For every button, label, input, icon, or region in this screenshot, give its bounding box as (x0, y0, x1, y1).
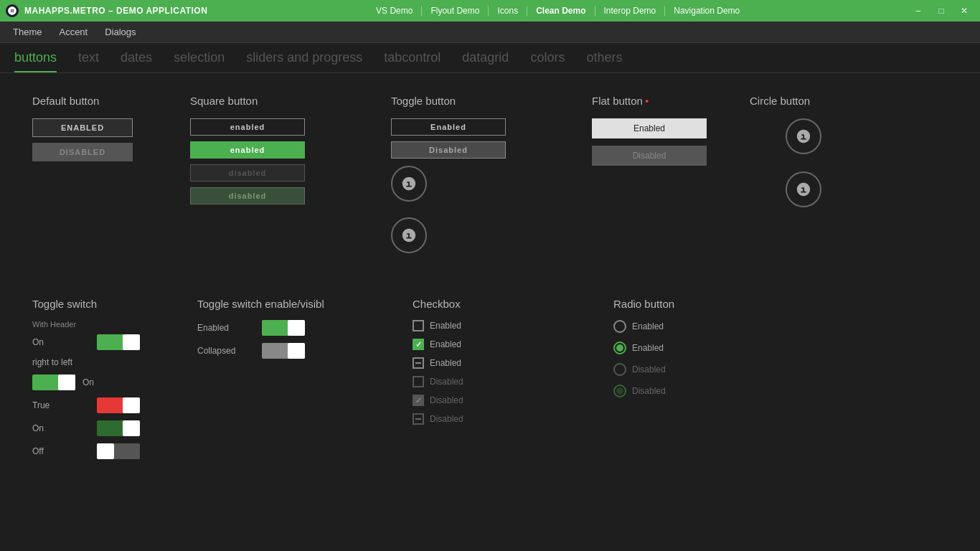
flat-enabled-button[interactable]: Enabled (592, 118, 707, 138)
nav-icons[interactable]: Icons (489, 6, 527, 16)
toggle-true-switch[interactable] (97, 397, 140, 413)
cb-label-1: Enabled (430, 339, 461, 349)
radio-circle-0[interactable] (613, 320, 626, 333)
minimize-button[interactable]: – (908, 4, 928, 18)
toggle-off-switch[interactable] (97, 443, 140, 459)
toggle-off-row: Off (32, 443, 176, 459)
radio-unchecked-enabled: Enabled (613, 320, 778, 333)
square-enabled-outline-button[interactable]: enabled (190, 118, 305, 136)
circle-button-1[interactable] (786, 118, 821, 154)
menu-theme[interactable]: Theme (6, 24, 49, 40)
cb-box-unchecked-enabled[interactable] (413, 320, 424, 331)
toggle-on2-row: On (32, 420, 176, 436)
cb-indeterminate-disabled: Disabled (413, 413, 592, 425)
cb-unchecked-disabled: Disabled (413, 376, 592, 387)
titlebar: MAHAPPS.METRO – DEMO APPLICATION VS Demo… (0, 0, 980, 22)
toggle-enabled-button[interactable]: Enabled (391, 118, 506, 136)
maximize-button[interactable]: □ (931, 4, 951, 18)
radio-label-3: Disabled (632, 386, 666, 396)
tab-sliders[interactable]: sliders and progress (246, 50, 362, 72)
checkbox-title: Checkbox (413, 298, 592, 310)
tse-collapsed-label: Collapsed (197, 346, 255, 356)
nav-navigation-demo[interactable]: Navigation Demo (665, 6, 748, 16)
cb-label-5: Disabled (430, 414, 463, 424)
circle-button-section: Circle button (739, 88, 868, 269)
tse-collapsed-switch[interactable] (262, 343, 305, 359)
nav-interop-demo[interactable]: Interop Demo (595, 6, 666, 16)
toggle-rtl-on-label: On (83, 377, 140, 387)
radio-label-0: Enabled (632, 321, 664, 331)
radio-button-section: Radio button Enabled Enabled Disabled Di… (603, 291, 789, 474)
default-enabled-button[interactable]: ENABLED (32, 118, 133, 137)
nav-flyout-demo[interactable]: Flyout Demo (422, 6, 489, 16)
tab-colors[interactable]: colors (530, 50, 565, 72)
square-enabled-filled-button[interactable]: enabled (190, 141, 305, 159)
tab-buttons[interactable]: buttons (14, 50, 57, 72)
tab-dates[interactable]: dates (121, 50, 152, 72)
radio-circle-1[interactable] (613, 342, 626, 354)
toggle-circle-button-1[interactable] (391, 166, 427, 202)
menu-accent[interactable]: Accent (52, 24, 95, 40)
tse-enabled-label: Enabled (197, 323, 255, 333)
bottom-sections: Toggle switch With Header On right to le… (0, 283, 980, 481)
tab-others[interactable]: others (586, 50, 622, 72)
toggle-switch-title: Toggle switch (32, 298, 176, 310)
menu-dialogs[interactable]: Dialogs (98, 24, 143, 40)
circle-button-title: Circle button (750, 95, 857, 107)
flat-button-section: Flat button• Enabled Disabled (581, 88, 739, 269)
close-button[interactable]: ✕ (954, 4, 974, 18)
checkmark-disabled-icon: ✓ (415, 396, 422, 405)
tab-selection[interactable]: selection (174, 50, 225, 72)
toggle-rtl-row: right to left (32, 357, 176, 367)
tabbar: buttons text dates selection sliders and… (0, 43, 980, 73)
nav-vs-demo[interactable]: VS Demo (367, 6, 422, 16)
toggle-button-section: Toggle button Enabled Disabled (380, 88, 581, 269)
nav-clean-demo[interactable]: Clean Demo (527, 6, 595, 16)
with-header-label: With Header (32, 320, 176, 329)
cb-checked-enabled: ✓ Enabled (413, 339, 592, 350)
toggle-rtl-switch-row: On (32, 375, 176, 390)
toggle-on2-label: On (32, 423, 90, 433)
radio-unchecked-disabled: Disabled (613, 363, 778, 376)
toggle-on-switch[interactable] (97, 334, 140, 350)
toggle-switch-ev-title: Toggle switch enable/visibl (197, 298, 391, 310)
cb-box-checked-enabled[interactable]: ✓ (413, 339, 424, 350)
toggle-circle-button-2[interactable] (391, 217, 427, 253)
cb-unchecked-enabled: Enabled (413, 320, 592, 331)
cb-box-indeterminate-enabled[interactable] (413, 357, 424, 369)
square-disabled-outline-button: disabled (190, 164, 305, 182)
radio-inner-1 (616, 344, 623, 352)
titlebar-nav: VS Demo Flyout Demo Icons Clean Demo Int… (367, 6, 748, 16)
tse-enabled-switch[interactable] (262, 320, 305, 336)
indeterminate-disabled-icon (415, 418, 421, 420)
circle-button-2[interactable] (786, 171, 821, 207)
main-content: Default button ENABLED DISABLED Square b… (0, 73, 980, 283)
cb-label-2: Enabled (430, 358, 461, 368)
tab-text[interactable]: text (78, 50, 99, 72)
checkmark-icon: ✓ (415, 340, 422, 349)
radio-circle-2 (613, 363, 626, 376)
toggle-rtl-switch[interactable] (32, 375, 75, 390)
tab-datagrid[interactable]: datagrid (462, 50, 509, 72)
toggle-on-row: On (32, 334, 176, 350)
cb-box-unchecked-disabled (413, 376, 424, 387)
cb-label-4: Disabled (430, 395, 463, 405)
radio-inner-3 (616, 387, 623, 395)
square-button-section: Square button enabled enabled disabled d… (179, 88, 380, 269)
toggle-disabled-button: Disabled (391, 141, 506, 159)
cb-indeterminate-enabled: Enabled (413, 357, 592, 369)
toggle-switch-ev-section: Toggle switch enable/visibl Enabled Coll… (187, 291, 402, 474)
square-button-title: Square button (190, 95, 369, 107)
default-disabled-button: DISABLED (32, 143, 133, 161)
toggle-rtl-label: right to left (32, 357, 90, 367)
cb-box-indeterminate-disabled (413, 413, 424, 425)
default-button-section: Default button ENABLED DISABLED (22, 88, 179, 269)
toggle-on2-switch[interactable] (97, 420, 140, 436)
app-icon (6, 4, 19, 17)
tab-tabcontrol[interactable]: tabcontrol (384, 50, 440, 72)
titlebar-left: MAHAPPS.METRO – DEMO APPLICATION (6, 4, 207, 17)
app-title: MAHAPPS.METRO – DEMO APPLICATION (24, 6, 207, 16)
square-disabled-filled-button: disabled (190, 187, 305, 204)
checkbox-section: Checkbox Enabled ✓ Enabled Enabled Disab… (402, 291, 603, 474)
tse-collapsed-row: Collapsed (197, 343, 391, 359)
